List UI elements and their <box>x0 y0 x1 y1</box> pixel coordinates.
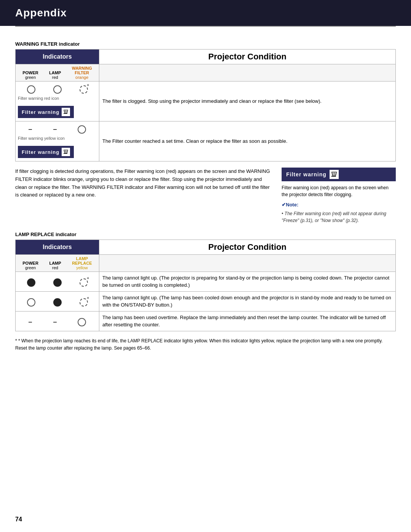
col-lamp-lamp: LAMPred <box>49 261 61 270</box>
power-indicator-dash-l3: – <box>28 318 32 326</box>
filter-indicator-empty-w2 <box>78 125 86 134</box>
filter-warning-badge-w1: Filter warning <box>18 106 74 118</box>
lamp-indicator-empty-w1 <box>53 85 62 94</box>
filter-warning-text-w1: Filter warning <box>22 109 59 115</box>
pencil-icon-w1 <box>62 109 69 115</box>
warning-filter-table: Indicators Projector Condition POWERgree… <box>15 49 396 161</box>
pencil-icon-big <box>330 170 338 179</box>
filter-right-note: Filter warning Filter warning icon (red)… <box>282 168 396 224</box>
indicators-cell-warning-2: – – Filter warning yellow icon Filter wa… <box>16 121 99 161</box>
indicators-sub-header-warning: POWERgreen LAMPred WARNINGFILTERorange <box>16 64 99 81</box>
lamp-indicator-filled-l1 <box>53 278 62 287</box>
icons-row-warning-2: – – <box>16 121 99 135</box>
col-filter-warning: WARNINGFILTERorange <box>72 66 92 80</box>
warning-filter-row-2: – – Filter warning yellow icon Filter wa… <box>16 121 396 161</box>
condition-cell-warning-2: The Filter counter reached a set time. C… <box>99 121 396 161</box>
note-title: ✔Note: <box>282 201 396 209</box>
condition-cell-warning-1: The filter is clogged. Stop using the pr… <box>99 81 396 121</box>
power-indicator-filled-l1 <box>27 278 35 287</box>
warning-filter-title: WARNING FILTER indicator <box>15 41 396 47</box>
icons-row-lamp-1 <box>16 275 99 288</box>
indicators-sub-header-lamp: POWERgreen LAMPred LAMPREPLACEyellow <box>16 254 99 272</box>
condition-sub-header-warning <box>99 64 396 81</box>
pencil-icon-w2 <box>62 149 69 155</box>
footer-note: * * When the projection lamp reaches its… <box>15 337 396 352</box>
col-power-lamp: POWERgreen <box>22 261 38 270</box>
power-indicator-empty-l2 <box>27 298 35 307</box>
page-title: Appendix <box>15 7 396 19</box>
page-content: WARNING FILTER indicator Indicators Proj… <box>0 27 411 375</box>
lamp-replace-row-1: The lamp cannot light up. (The projector… <box>16 272 396 291</box>
icons-row-warning-1 <box>16 81 99 95</box>
condition-text-warning-2: The Filter counter reached a set time. C… <box>102 138 287 144</box>
lamp-indicator-dash-w2: – <box>53 125 57 134</box>
power-indicator-empty-w1 <box>27 85 35 94</box>
lamp-replace-table: Indicators Projector Condition POWERgree… <box>15 240 396 331</box>
projector-condition-header-lamp: Projector Condition <box>99 240 396 254</box>
warning-filter-row-1: Filter warning red icon Filter warning <box>16 81 396 121</box>
condition-cell-lamp-2: The lamp cannot light up. (The lamp has … <box>99 291 396 311</box>
projector-condition-header-warning: Projector Condition <box>99 50 396 64</box>
icons-row-lamp-2 <box>16 294 99 308</box>
condition-text-lamp-3: The lamp has been used overtime. Replace… <box>102 315 386 328</box>
filter-warning-text-w2: Filter warning <box>22 149 59 155</box>
col-replace-lamp: LAMPREPLACEyellow <box>72 256 92 270</box>
replace-indicator-empty-l3 <box>78 318 86 326</box>
filter-indicator-blink-w1 <box>80 85 88 94</box>
filter-warning-icon-w2 <box>62 148 70 156</box>
lamp-replace-row-2: The lamp cannot light up. (The lamp has … <box>16 291 396 311</box>
indicators-header-lamp: Indicators <box>16 240 99 254</box>
page-header: Appendix <box>0 0 411 26</box>
lamp-indicator-dash-l3: – <box>53 318 57 326</box>
replace-indicator-blink-l2 <box>80 298 88 307</box>
condition-text-lamp-1: The lamp cannot light up. (The projector… <box>102 275 389 288</box>
filter-label-w2: Filter warning yellow icon <box>16 135 99 142</box>
indicators-header-warning: Indicators <box>16 50 99 64</box>
indicators-cell-lamp-3: – – <box>16 311 99 331</box>
icons-row-lamp-3: – – <box>16 314 99 328</box>
col-power-unit-lamp: green <box>22 265 38 270</box>
col-lamp-warning: LAMPred <box>49 70 61 80</box>
filter-warning-btn-w1: Filter warning <box>16 102 99 121</box>
note-bullet: The Filter warning icon (red) will not a… <box>282 210 396 224</box>
lamp-indicator-filled-l2 <box>53 298 62 307</box>
col-replace-unit-lamp: yellow <box>72 265 92 270</box>
filter-side-section: If filter clogging is detected during op… <box>15 168 396 224</box>
filter-right-caption: Filter warning icon (red) appears on the… <box>282 184 396 198</box>
power-indicator-dash-w2: – <box>28 125 32 134</box>
filter-label-w1: Filter warning red icon <box>16 95 99 102</box>
filter-warning-big-badge: Filter warning <box>282 168 396 181</box>
replace-indicator-blink-l1 <box>80 278 88 287</box>
filter-warning-btn-w2: Filter warning <box>16 142 99 161</box>
filter-warning-big-icon <box>330 170 339 179</box>
condition-sub-header-lamp <box>99 254 396 272</box>
lamp-replace-title: LAMP REPLACE indicator <box>15 232 396 237</box>
indicators-cell-lamp-1 <box>16 272 99 291</box>
col-power-unit-warning: green <box>22 75 38 80</box>
filter-left-text: If filter clogging is detected during op… <box>15 168 270 224</box>
col-lamp-unit-lamp: red <box>49 265 61 270</box>
col-filter-unit-warning: orange <box>72 75 92 80</box>
asterisk: * <box>15 338 17 343</box>
indicators-cell-lamp-2 <box>16 291 99 311</box>
filter-warning-big-text: Filter warning <box>286 171 327 179</box>
col-lamp-unit-warning: red <box>49 75 61 80</box>
condition-cell-lamp-1: The lamp cannot light up. (The projector… <box>99 272 396 291</box>
condition-text-lamp-2: The lamp cannot light up. (The lamp has … <box>102 295 391 308</box>
lamp-replace-row-3: – – The lamp has been used overtime. Rep… <box>16 311 396 331</box>
page-number: 74 <box>15 516 22 523</box>
filter-warning-badge-w2: Filter warning <box>18 146 74 158</box>
condition-cell-lamp-3: The lamp has been used overtime. Replace… <box>99 311 396 331</box>
condition-text-warning-1: The filter is clogged. Stop using the pr… <box>102 98 322 104</box>
indicators-cell-warning-1: Filter warning red icon Filter warning <box>16 81 99 121</box>
filter-warning-icon-w1 <box>62 108 70 116</box>
footer-note-text: * When the projection lamp reaches its e… <box>15 338 382 351</box>
col-power-warning: POWERgreen <box>22 70 38 80</box>
